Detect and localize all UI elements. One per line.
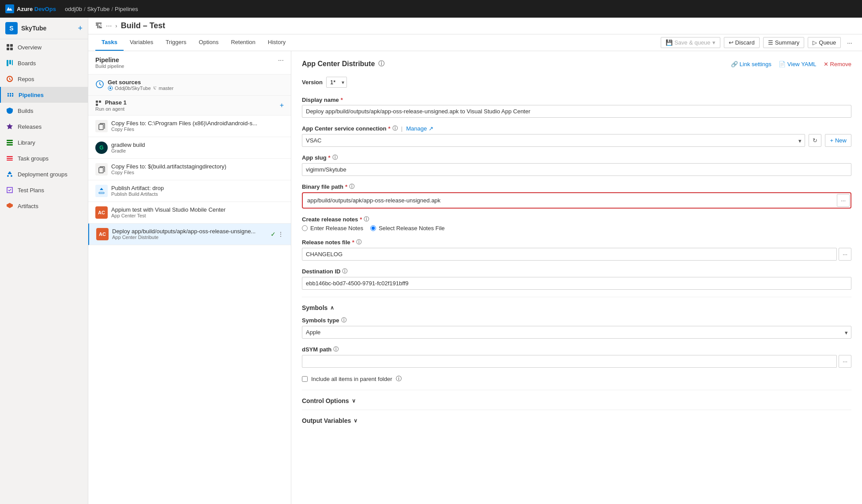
sidebar-item-library[interactable]: Library — [0, 134, 88, 150]
sidebar-item-pipelines[interactable]: Pipelines — [0, 87, 88, 103]
binary-path-label: Binary file path * ⓘ — [302, 183, 851, 190]
radio-enter-notes[interactable]: Enter Release Notes — [302, 225, 363, 231]
new-connection-button[interactable]: + New — [825, 134, 851, 147]
pipeline-menu-button[interactable]: ··· — [278, 56, 284, 64]
tab-triggers[interactable]: Triggers — [159, 34, 192, 51]
save-chevron-icon: ▾ — [712, 39, 715, 46]
breadcrumb-org[interactable]: oddj0b — [65, 6, 82, 12]
dsym-path-input[interactable] — [302, 355, 837, 368]
symbols-type-select[interactable]: Apple Android UWP — [302, 326, 851, 339]
symbols-type-info-icon[interactable]: ⓘ — [341, 317, 346, 324]
task-item-copy1[interactable]: Copy Files to: C:\Program Files (x86)\An… — [88, 116, 291, 137]
link-settings-button[interactable]: 🔗 Link settings — [731, 61, 772, 67]
right-panel: App Center Distribute ⓘ 🔗 Link settings … — [291, 51, 862, 504]
task-menu-button[interactable]: ⋮ — [278, 231, 284, 238]
queue-icon: ▷ — [813, 39, 817, 46]
connection-select[interactable]: VSAC — [302, 134, 805, 147]
sidebar-item-boards[interactable]: Boards — [0, 55, 88, 71]
binary-path-info-icon[interactable]: ⓘ — [349, 183, 354, 190]
svg-rect-4 — [10, 48, 13, 50]
sidebar-item-deployment-groups[interactable]: Deployment groups — [0, 166, 88, 182]
tab-options[interactable]: Options — [192, 34, 225, 51]
task-item-gradle[interactable]: G gradlew build Gradle — [88, 137, 291, 159]
task-copy2-name: Copy Files to: $(build.artifactstagingdi… — [111, 163, 284, 170]
dsym-path-browse-button[interactable]: ··· — [839, 355, 851, 368]
phase-add-button[interactable]: + — [280, 101, 284, 109]
discard-button[interactable]: ↩ Discard — [724, 37, 760, 48]
output-variables-header[interactable]: Output Variables ∨ — [302, 410, 851, 424]
destination-id-input[interactable] — [302, 277, 851, 290]
breadcrumb-project[interactable]: SkyTube — [87, 6, 110, 12]
azure-devops-logo[interactable]: Azure DevOps — [5, 4, 56, 13]
svg-rect-22 — [96, 104, 98, 106]
binary-path-input[interactable] — [304, 194, 835, 206]
symbols-type-group: Symbols type ⓘ Apple Android UWP — [302, 317, 851, 339]
required-indicator2: * — [388, 125, 390, 132]
manage-connection-link[interactable]: Manage ↗ — [406, 125, 433, 132]
task-item-deploy[interactable]: AC Deploy app/build/outputs/apk/app-oss-… — [88, 224, 291, 245]
task-groups-icon — [5, 154, 14, 163]
version-select[interactable]: 1* — [326, 77, 347, 88]
radio-enter-notes-input[interactable] — [302, 225, 308, 231]
breadcrumb-section[interactable]: Pipelines — [115, 6, 138, 12]
include-all-checkbox-label[interactable]: Include all items in parent folder ⓘ — [302, 375, 851, 383]
pipeline-title: Pipeline — [95, 56, 124, 63]
app-slug-info-icon[interactable]: ⓘ — [332, 154, 338, 161]
tab-retention[interactable]: Retention — [225, 34, 262, 51]
add-org-button[interactable]: + — [78, 24, 83, 33]
task-appium-subtitle: App Center Test — [111, 213, 284, 218]
app-center-info-icon[interactable]: ⓘ — [392, 125, 398, 132]
task-item-publish[interactable]: Publish Artifact: drop Publish Build Art… — [88, 180, 291, 202]
task-deploy-info: Deploy app/build/outputs/apk/app-oss-rel… — [112, 228, 267, 240]
binary-path-browse-button[interactable]: ··· — [837, 194, 850, 207]
svg-rect-6 — [9, 60, 11, 64]
boards-icon — [5, 59, 14, 67]
task-item-appium[interactable]: AC Appium test with Visual Studio Mobile… — [88, 202, 291, 224]
summary-button[interactable]: ☰ Summary — [763, 37, 805, 48]
panel-info-icon[interactable]: ⓘ — [378, 60, 384, 68]
sidebar-item-artifacts[interactable]: Artifacts — [0, 198, 88, 214]
radio-select-file[interactable]: Select Release Notes File — [370, 225, 445, 231]
task-item-copy2[interactable]: Copy Files to: $(build.artifactstagingdi… — [88, 159, 291, 180]
tab-history[interactable]: History — [262, 34, 292, 51]
control-options-header[interactable]: Control Options ∨ — [302, 390, 851, 404]
tab-variables[interactable]: Variables — [124, 34, 159, 51]
gradle-icon: G — [95, 142, 108, 154]
remove-button[interactable]: ✕ Remove — [824, 61, 851, 67]
tab-tasks[interactable]: Tasks — [95, 34, 124, 51]
release-notes-file-browse-button[interactable]: ··· — [839, 248, 851, 261]
display-name-input[interactable] — [302, 105, 851, 118]
header-ellipsis-button[interactable]: ··· — [106, 22, 112, 30]
release-notes-info-icon[interactable]: ⓘ — [364, 216, 369, 223]
queue-button[interactable]: ▷ Queue — [808, 37, 841, 48]
release-notes-file-input[interactable] — [302, 248, 837, 261]
get-sources-item[interactable]: Get sources Oddj0b/SkyTube master — [88, 75, 291, 96]
task-copy1-subtitle: Copy Files — [111, 127, 284, 132]
symbols-section-header[interactable]: Symbols ∧ — [302, 297, 851, 311]
sidebar-item-releases[interactable]: Releases — [0, 119, 88, 134]
more-options-button[interactable]: ··· — [844, 37, 855, 48]
get-sources-info: Get sources Oddj0b/SkyTube master — [108, 79, 173, 91]
destination-id-info-icon[interactable]: ⓘ — [342, 268, 347, 275]
include-all-checkbox[interactable] — [302, 376, 308, 382]
sidebar-item-test-plans[interactable]: Test Plans — [0, 182, 88, 198]
svg-point-15 — [7, 175, 9, 177]
svg-rect-24 — [99, 168, 103, 173]
builds-icon — [5, 106, 14, 115]
include-all-info-icon[interactable]: ⓘ — [396, 375, 402, 383]
app-slug-input[interactable] — [302, 163, 851, 176]
build-pipeline-icon: 🏗 — [95, 22, 102, 30]
radio-select-file-input[interactable] — [370, 225, 376, 231]
release-notes-file-info-icon[interactable]: ⓘ — [356, 239, 361, 246]
discard-icon: ↩ — [729, 39, 734, 46]
sidebar-item-overview[interactable]: Overview — [0, 39, 88, 55]
sidebar-item-task-groups[interactable]: Task groups — [0, 150, 88, 166]
save-queue-button[interactable]: 💾 Save & queue ▾ — [661, 37, 720, 48]
sidebar-item-repos[interactable]: Repos — [0, 71, 88, 87]
view-yaml-button[interactable]: 📄 View YAML — [779, 61, 817, 67]
release-notes-radio-group: Enter Release Notes Select Release Notes… — [302, 225, 851, 231]
sidebar-item-builds[interactable]: Builds — [0, 103, 88, 119]
required-indicator6: * — [352, 239, 354, 246]
refresh-connection-button[interactable]: ↻ — [809, 134, 821, 147]
dsym-path-info-icon[interactable]: ⓘ — [333, 346, 339, 353]
